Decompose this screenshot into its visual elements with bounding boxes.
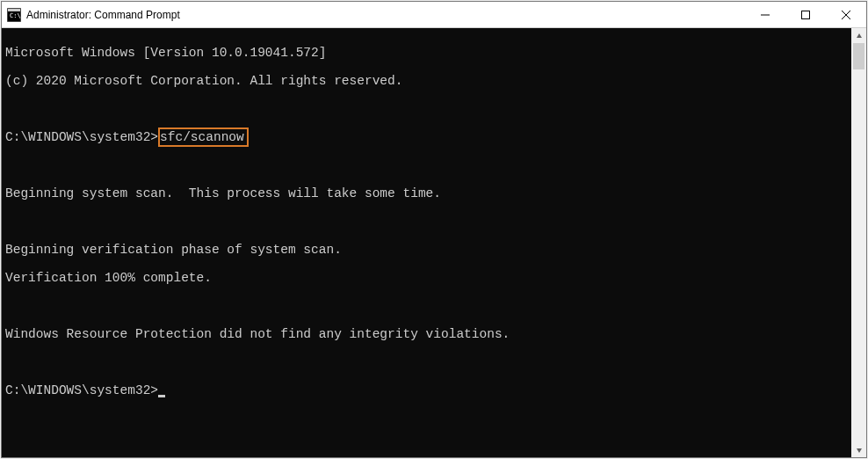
svg-rect-4 [802,11,810,18]
terminal-output: Verification 100% complete. [5,271,851,285]
title-bar[interactable]: C:\ Administrator: Command Prompt [2,2,866,28]
window-controls [745,2,866,27]
terminal-wrapper: Microsoft Windows [Version 10.0.19041.57… [2,28,866,457]
window-title: Administrator: Command Prompt [26,9,745,21]
scrollbar-down-arrow[interactable] [851,442,866,457]
svg-marker-8 [857,448,862,453]
terminal-blank [5,102,851,116]
terminal-blank [5,299,851,313]
terminal-output: Windows Resource Protection did not find… [5,327,851,341]
svg-rect-1 [8,9,20,11]
terminal-prompt-line: C:\WINDOWS\system32> [5,383,851,397]
highlighted-command: sfc/scannow [158,128,249,147]
terminal-blank [5,355,851,369]
maximize-button[interactable] [785,2,826,27]
scrollbar-up-arrow[interactable] [851,28,866,43]
terminal-blank [5,215,851,229]
terminal[interactable]: Microsoft Windows [Version 10.0.19041.57… [2,28,851,457]
scrollbar-track[interactable] [851,43,866,442]
terminal-output: (c) 2020 Microsoft Corporation. All righ… [5,74,851,88]
terminal-output: Microsoft Windows [Version 10.0.19041.57… [5,46,851,60]
prompt-prefix: C:\WINDOWS\system32> [5,130,158,144]
terminal-output: Beginning system scan. This process will… [5,186,851,200]
svg-marker-7 [857,33,862,38]
scrollbar-thumb[interactable] [853,43,864,69]
terminal-output: Beginning verification phase of system s… [5,243,851,257]
vertical-scrollbar[interactable] [851,28,866,457]
terminal-prompt-line: C:\WINDOWS\system32>sfc/scannow [5,130,851,144]
terminal-cursor [158,395,165,397]
cmd-icon: C:\ [7,8,21,22]
window-frame: C:\ Administrator: Command Prompt Micros… [1,1,867,458]
minimize-button[interactable] [745,2,785,27]
svg-text:C:\: C:\ [10,12,21,19]
close-button[interactable] [826,2,866,27]
prompt-prefix: C:\WINDOWS\system32> [5,383,158,397]
terminal-blank [5,158,851,172]
